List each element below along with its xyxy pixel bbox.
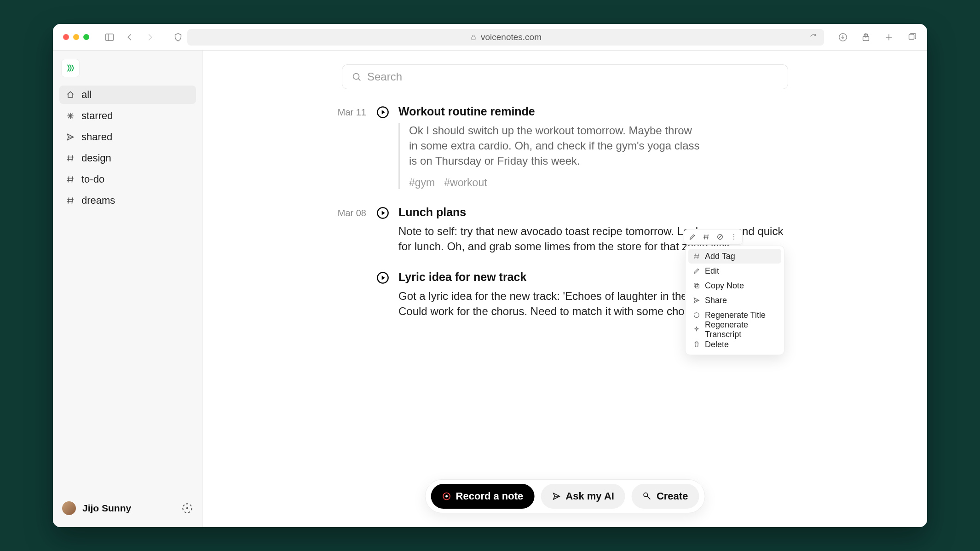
menu-copy[interactable]: Copy Note (688, 278, 781, 293)
edit-icon[interactable] (687, 231, 698, 242)
button-label: Create (657, 490, 688, 502)
traffic-light-zoom[interactable] (83, 34, 89, 40)
note-row[interactable]: Mar 11 Workout routine reminde Ok I shou… (335, 105, 795, 189)
home-icon (66, 90, 75, 99)
sidebar-item-starred[interactable]: starred (59, 107, 196, 125)
address-bar[interactable]: voicenotes.com (187, 29, 824, 46)
sidebar-item-dreams[interactable]: dreams (59, 191, 196, 210)
hash-icon[interactable] (701, 231, 712, 242)
note-title: Workout routine reminde (398, 105, 795, 118)
sidebar-item-label: to-do (81, 173, 104, 185)
share-icon[interactable] (861, 32, 871, 42)
note-action-rail (684, 229, 743, 245)
copy-icon (693, 282, 700, 289)
hash-icon (693, 253, 700, 260)
sidebar-item-shared[interactable]: shared (59, 128, 196, 146)
menu-item-label: Copy Note (705, 281, 744, 291)
context-menu: Add Tag Edit Copy Note Share (685, 246, 784, 355)
sidebar-item-todo[interactable]: to-do (59, 170, 196, 189)
menu-share[interactable]: Share (688, 293, 781, 308)
hash-icon (66, 196, 75, 205)
record-note-button[interactable]: Record a note (431, 484, 535, 509)
lock-icon (470, 34, 477, 41)
sidebar-list: all starred shared design (59, 86, 196, 210)
send-icon (693, 297, 700, 304)
sidebar-item-label: starred (81, 110, 113, 122)
sidebar-toggle-icon[interactable] (104, 32, 115, 42)
block-icon[interactable] (715, 231, 726, 242)
floating-action-bar: Record a note Ask my AI Create (425, 479, 705, 513)
play-button-icon[interactable] (376, 207, 389, 219)
send-icon (66, 132, 75, 142)
play-button-icon[interactable] (376, 106, 389, 119)
privacy-shield-icon[interactable] (173, 32, 183, 42)
play-button-icon[interactable] (376, 271, 389, 284)
sidebar-item-label: dreams (81, 195, 115, 207)
button-label: Record a note (456, 490, 524, 502)
menu-item-label: Regenerate Title (705, 310, 766, 320)
more-icon[interactable] (728, 231, 739, 242)
url-host: voicenotes.com (481, 32, 542, 42)
sidebar-item-label: shared (81, 131, 112, 143)
note-tags: #gym #workout (409, 177, 795, 189)
button-label: Ask my AI (565, 490, 614, 502)
menu-edit[interactable]: Edit (688, 264, 781, 278)
sidebar-item-all[interactable]: all (59, 86, 196, 104)
traffic-light-minimize[interactable] (73, 34, 79, 40)
menu-regen-transcript[interactable]: Regenerate Transcript (688, 322, 781, 337)
browser-titlebar: voicenotes.com (53, 24, 927, 51)
sidebar-item-label: all (81, 89, 92, 101)
note-tag[interactable]: #workout (444, 177, 487, 189)
sidebar: all starred shared design (53, 51, 203, 527)
main-pane: Search Mar 11 Workout routine reminde Ok (203, 51, 927, 527)
menu-add-tag[interactable]: Add Tag (688, 249, 781, 264)
menu-item-label: Edit (705, 266, 719, 276)
wand-icon (643, 492, 652, 501)
traffic-light-close[interactable] (63, 34, 69, 40)
sidebar-user[interactable]: Jijo Sunny (59, 498, 196, 519)
menu-item-label: Delete (705, 340, 729, 350)
hash-icon (66, 154, 75, 163)
search-icon (352, 72, 362, 82)
avatar (62, 501, 76, 515)
search-input[interactable]: Search (342, 64, 788, 89)
refresh-icon (693, 311, 700, 319)
reload-icon[interactable] (809, 33, 818, 41)
send-icon (552, 492, 561, 501)
downloads-icon[interactable] (838, 32, 848, 42)
note-title: Lunch plans (398, 206, 794, 219)
search-placeholder: Search (367, 70, 402, 83)
ask-ai-button[interactable]: Ask my AI (541, 484, 625, 509)
hash-icon (66, 175, 75, 184)
note-date: Mar 08 (335, 206, 376, 254)
menu-item-label: Regenerate Transcript (705, 320, 777, 339)
menu-item-label: Share (705, 296, 727, 305)
sparkle-icon (693, 326, 700, 333)
pencil-icon (693, 267, 700, 275)
sidebar-item-label: design (81, 152, 111, 164)
create-button[interactable]: Create (632, 484, 699, 509)
spark-icon (66, 111, 75, 121)
record-icon (442, 492, 451, 501)
app-logo[interactable] (61, 59, 80, 77)
sidebar-item-design[interactable]: design (59, 149, 196, 167)
app-window: voicenotes.com all (53, 24, 927, 527)
tab-overview-icon[interactable] (907, 32, 917, 42)
note-text: Ok I should switch up the workout tomorr… (409, 123, 703, 168)
new-tab-icon[interactable] (884, 32, 894, 42)
note-date: Mar 11 (335, 105, 376, 189)
note-date (335, 270, 376, 319)
nav-back-icon[interactable] (125, 32, 135, 42)
sync-status-icon[interactable] (181, 502, 193, 514)
user-name: Jijo Sunny (82, 503, 131, 514)
note-tag[interactable]: #gym (409, 177, 435, 189)
menu-item-label: Add Tag (705, 252, 735, 261)
trash-icon (693, 341, 700, 348)
nav-forward-icon[interactable] (145, 32, 155, 42)
